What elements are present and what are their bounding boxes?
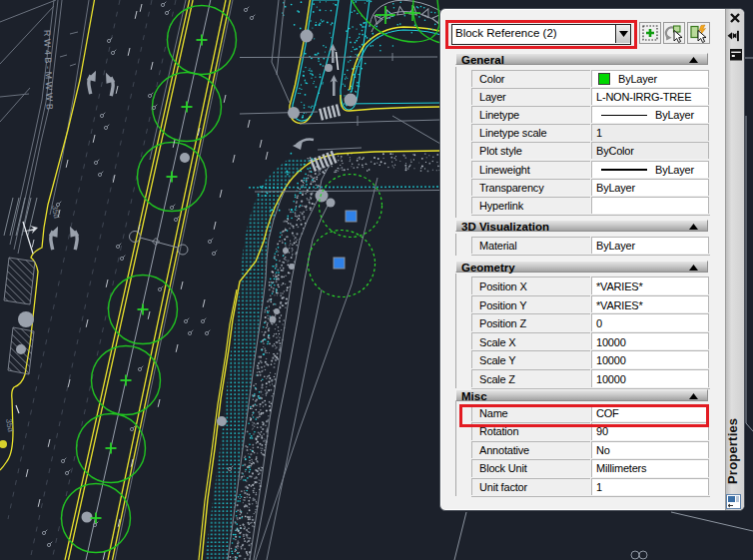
svg-text:35d: 35d [4, 418, 15, 433]
svg-text:RW4B-MWWB: RW4B-MWWB [42, 30, 55, 113]
svg-text:35d: 35d [50, 205, 61, 220]
